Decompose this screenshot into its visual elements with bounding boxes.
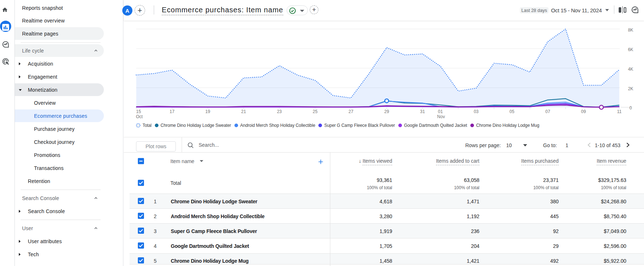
svg-text:8K: 8K (628, 28, 634, 33)
svg-text:17: 17 (170, 109, 175, 114)
svg-text:Oct: Oct (136, 114, 143, 119)
svg-text:29: 29 (384, 109, 389, 114)
svg-text:01: 01 (438, 109, 443, 114)
svg-text:19: 19 (206, 109, 211, 114)
svg-text:21: 21 (241, 109, 246, 114)
svg-text:09: 09 (581, 109, 586, 114)
svg-text:2K: 2K (628, 86, 634, 91)
svg-text:23: 23 (277, 109, 282, 114)
svg-text:4K: 4K (628, 67, 634, 72)
svg-text:27: 27 (348, 109, 353, 114)
svg-text:6K: 6K (628, 47, 634, 52)
svg-text:11: 11 (617, 109, 622, 114)
svg-text:0: 0 (630, 105, 632, 111)
svg-text:15: 15 (136, 109, 141, 114)
svg-text:07: 07 (545, 109, 550, 114)
svg-text:05: 05 (509, 109, 514, 114)
svg-text:Nov: Nov (437, 114, 445, 119)
svg-text:03: 03 (474, 109, 479, 114)
svg-text:25: 25 (313, 109, 318, 114)
svg-text:31: 31 (420, 109, 425, 114)
